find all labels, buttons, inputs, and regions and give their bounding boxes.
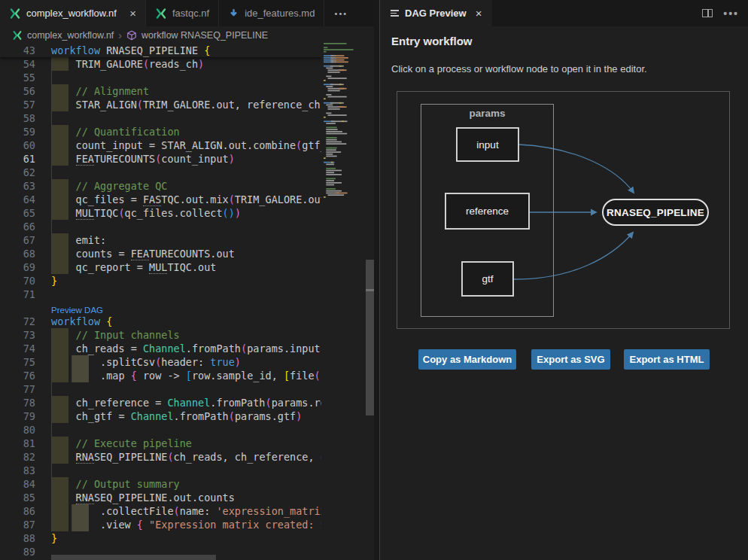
line-number: 61 (0, 152, 35, 166)
line-number: 75 (0, 355, 35, 369)
cluster-label: params (421, 108, 553, 119)
breadcrumb[interactable]: complex_workflow.nf›workflow RNASEQ_PIPE… (0, 26, 374, 44)
dag-diagram: params input reference gtf RNASEQ_PIPELI… (397, 91, 730, 329)
code-line: 73 // Input channels (0, 328, 321, 342)
line-number: 57 (0, 98, 35, 111)
codelens-preview-dag[interactable]: Preview DAG (51, 306, 103, 315)
line-number: 88 (0, 531, 35, 545)
line-number: 74 (0, 342, 35, 355)
editor-panel-sash[interactable] (374, 0, 380, 560)
code-line: 67 emit: (0, 233, 321, 247)
nextflow-icon (155, 8, 167, 20)
code-line: 76 .map { row -> [row.sample_id, [file(r… (0, 369, 321, 382)
line-number: 55 (0, 71, 35, 84)
line-number: 71 (0, 288, 35, 301)
code-line: 68 counts = FEATURECOUNTS.out (0, 247, 321, 260)
panel-tab-bar: DAG Preview × ••• (380, 0, 748, 26)
code-line: 84 // Output summary (0, 477, 321, 491)
dag-node-rnaseq-pipeline[interactable]: RNASEQ_PIPELINE (602, 199, 709, 226)
code-line: 55 (0, 71, 321, 84)
code-line: 77 (0, 382, 321, 396)
code-line: 62 (0, 166, 321, 179)
tab-complex-workflow-nf[interactable]: complex_workflow.nf× (0, 0, 146, 26)
code-line: 59 // Quantification (0, 125, 321, 138)
line-number: 60 (0, 138, 35, 152)
tab-ide-features-md[interactable]: ide_features.md (219, 0, 324, 26)
code-editor[interactable]: 43workflow RNASEQ_PIPELINE {54 TRIM_GALO… (0, 44, 321, 560)
line-number: 78 (0, 396, 35, 409)
code-line: 57 STAR_ALIGN(TRIM_GALORE.out, reference… (0, 98, 321, 111)
line-number: 87 (0, 518, 35, 531)
line-number: 80 (0, 423, 35, 437)
code-line: 69 qc_report = MULTIQC.out (0, 260, 321, 274)
more-actions-icon[interactable]: ••• (723, 8, 739, 20)
chevron-right-icon: › (118, 29, 122, 41)
tab-fastqc-nf[interactable]: fastqc.nf (146, 0, 219, 26)
line-number: 86 (0, 504, 35, 518)
codelens-row: Preview DAG (0, 301, 321, 315)
line-number: 79 (0, 409, 35, 423)
export-as-html-button[interactable]: Export as HTML (624, 349, 710, 370)
dag-node-input[interactable]: input (456, 127, 519, 162)
line-number: 70 (0, 274, 35, 288)
nextflow-icon (9, 8, 21, 20)
line-number: 63 (0, 179, 35, 193)
code-line: 75 .splitCsv(header: true) (0, 355, 321, 369)
code-line: 71 (0, 288, 321, 301)
tab-label: fastqc.nf (172, 8, 209, 19)
line-number: 68 (0, 247, 35, 260)
line-number: 67 (0, 233, 35, 247)
code-line: 81 // Execute pipeline (0, 437, 321, 450)
line-number: 65 (0, 206, 35, 220)
code-line: 80 (0, 423, 321, 437)
panel-content: Entry workflow Click on a process or wor… (380, 26, 748, 560)
code-line: 86 .collectFile(name: 'expression_matrix… (0, 504, 321, 518)
line-number: 82 (0, 450, 35, 464)
nextflow-icon (12, 30, 23, 41)
split-editor-icon[interactable] (702, 9, 713, 17)
line-number: 77 (0, 382, 35, 396)
code-line: 74 ch_reads = Channel.fromPath(params.in… (0, 342, 321, 355)
code-line: 60 count_input = STAR_ALIGN.out.combine(… (0, 138, 321, 152)
copy-as-markdown-button[interactable]: Copy as Markdown (418, 349, 516, 370)
panel-tab-label: DAG Preview (405, 8, 467, 19)
editor-group: complex_workflow.nf×fastqc.nfide_feature… (0, 0, 374, 560)
line-number: 83 (0, 464, 35, 477)
line-number: 84 (0, 477, 35, 491)
line-number: 72 (0, 315, 35, 328)
symbol-workflow-icon (126, 30, 137, 41)
code-line: 78 ch_reference = Channel.fromPath(param… (0, 396, 321, 409)
close-icon[interactable]: × (476, 7, 482, 20)
editor-tab-bar: complex_workflow.nf×fastqc.nfide_feature… (0, 0, 374, 26)
code-line: 87 .view { "Expression matrix created: $… (0, 518, 321, 531)
code-line: 63 // Aggregate QC (0, 179, 321, 193)
horizontal-scrollbar[interactable] (51, 555, 216, 560)
line-number: 69 (0, 260, 35, 274)
breadcrumb-symbol[interactable]: workflow RNASEQ_PIPELINE (141, 30, 268, 41)
preview-list-icon (391, 10, 399, 17)
tab-dag-preview[interactable]: DAG Preview × (380, 0, 492, 26)
line-number: 66 (0, 220, 35, 233)
code-line: 54 TRIM_GALORE(reads_ch) (0, 57, 321, 71)
line-number: 62 (0, 166, 35, 179)
code-line: 79 ch_gtf = Channel.fromPath(params.gtf) (0, 409, 321, 423)
code-line: 70} (0, 274, 321, 288)
code-line: 58 (0, 111, 321, 125)
dag-preview-panel: DAG Preview × ••• Entry workflow Click o… (380, 0, 748, 560)
markdown-icon (228, 8, 239, 19)
more-tabs-button[interactable]: ••• (324, 0, 357, 26)
scrollbar-decoration (366, 289, 374, 291)
line-number: 58 (0, 111, 35, 125)
dag-node-gtf[interactable]: gtf (461, 261, 514, 297)
line-number: 76 (0, 369, 35, 382)
line-number: 59 (0, 125, 35, 138)
close-icon[interactable]: × (129, 8, 136, 19)
export-as-svg-button[interactable]: Export as SVG (531, 349, 610, 370)
dag-node-reference[interactable]: reference (445, 193, 530, 230)
breadcrumb-file[interactable]: complex_workflow.nf (27, 30, 114, 41)
code-line: 56 // Alignment (0, 84, 321, 98)
vertical-scrollbar[interactable] (366, 260, 374, 415)
minimap[interactable] (322, 43, 366, 525)
code-line: 66 (0, 220, 321, 233)
sticky-code-line: 43workflow RNASEQ_PIPELINE { (0, 44, 321, 57)
